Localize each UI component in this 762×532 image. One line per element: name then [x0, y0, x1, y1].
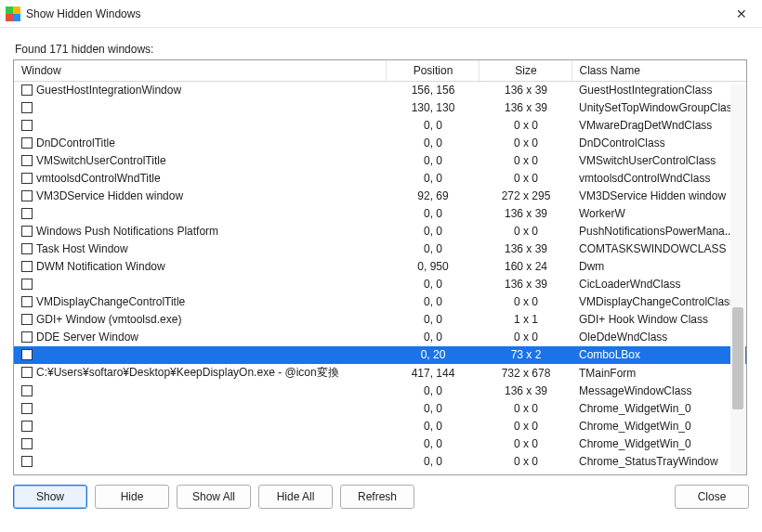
cell-position: 0, 950 [386, 258, 479, 276]
titlebar: Show Hidden Windows ✕ [0, 0, 762, 28]
show-button[interactable]: Show [13, 485, 87, 509]
table-row[interactable]: DDE Server Window0, 00 x 0OleDdeWndClass [14, 329, 746, 346]
cell-position: 0, 0 [386, 152, 479, 170]
cell-size: 160 x 24 [479, 258, 572, 276]
row-checkbox[interactable] [21, 261, 33, 272]
cell-position: 0, 0 [386, 205, 479, 223]
vertical-scrollbar[interactable] [730, 84, 745, 474]
row-checkbox[interactable] [21, 296, 33, 307]
cell-size: 732 x 678 [479, 364, 572, 383]
refresh-button[interactable]: Refresh [340, 485, 414, 509]
cell-window: VMDisplayChangeControlTitle [36, 295, 185, 308]
hide-all-button[interactable]: Hide All [258, 485, 333, 509]
cell-window: DWM Notification Window [36, 260, 165, 273]
table-row[interactable]: 0, 00 x 0Chrome_StatusTrayWindow [14, 453, 746, 471]
content-area: Found 171 hidden windows: Window Positio… [0, 28, 762, 518]
cell-size: 0 x 0 [479, 152, 572, 170]
cell-size: 0 x 0 [479, 117, 572, 135]
row-checkbox[interactable] [21, 226, 33, 237]
cell-window: VM3DService Hidden window [36, 189, 183, 202]
col-header-position[interactable]: Position [386, 60, 479, 82]
row-checkbox[interactable] [21, 421, 33, 432]
table-row[interactable]: DWM Notification Window0, 950160 x 24Dwm [14, 258, 746, 276]
col-header-window[interactable]: Window [14, 60, 386, 82]
cell-position: 0, 0 [386, 400, 479, 418]
table-row[interactable]: 0, 0136 x 39CicLoaderWndClass [14, 276, 746, 293]
table-row[interactable]: VM3DService Hidden window92, 69272 x 295… [14, 188, 746, 205]
row-checkbox[interactable] [21, 208, 33, 219]
window-title: Show Hidden Windows [26, 7, 140, 20]
cell-size: 73 x 2 [479, 346, 572, 364]
cell-size: 272 x 295 [479, 188, 572, 205]
cell-class: VMDisplayChangeControlClass [572, 293, 746, 311]
row-checkbox[interactable] [21, 349, 33, 360]
scrollbar-thumb[interactable] [732, 307, 743, 409]
row-checkbox[interactable] [21, 155, 33, 166]
table-row[interactable]: 130, 130136 x 39UnitySetTopWindowGroupCl… [14, 99, 746, 117]
table-row[interactable]: Windows Push Notifications Platform0, 00… [14, 223, 746, 240]
cell-size: 136 x 39 [479, 99, 572, 117]
row-checkbox[interactable] [21, 84, 33, 96]
cell-window: DnDControlTitle [36, 136, 115, 149]
row-checkbox[interactable] [21, 279, 33, 290]
col-header-class[interactable]: Class Name [572, 60, 746, 82]
table-row[interactable]: 0, 0136 x 39WorkerW [14, 205, 746, 223]
cell-size: 0 x 0 [479, 223, 572, 240]
close-button[interactable]: Close [675, 485, 749, 509]
table-row[interactable]: GDI+ Window (vmtoolsd.exe)0, 01 x 1GDI+ … [14, 311, 746, 329]
table-row[interactable]: VMDisplayChangeControlTitle0, 00 x 0VMDi… [14, 293, 746, 311]
cell-class: ComboLBox [572, 346, 746, 364]
row-checkbox[interactable] [21, 314, 33, 325]
table-row[interactable]: C:¥Users¥softaro¥Desktop¥KeepDisplayOn.e… [14, 364, 746, 383]
cell-class: Chrome_WidgetWin_0 [572, 435, 746, 453]
close-icon[interactable]: ✕ [729, 4, 755, 24]
cell-class: CicLoaderWndClass [572, 276, 746, 293]
cell-class: VMwareDragDetWndClass [572, 117, 746, 135]
table-row[interactable]: DnDControlTitle0, 00 x 0DnDControlClass [14, 135, 746, 152]
row-checkbox[interactable] [21, 137, 33, 149]
cell-position: 0, 0 [386, 383, 479, 400]
cell-size: 1 x 1 [479, 311, 572, 329]
app-icon [6, 6, 20, 21]
table-row[interactable]: 0, 00 x 0VMwareDragDetWndClass [14, 117, 746, 135]
cell-position: 0, 0 [386, 453, 479, 471]
row-checkbox[interactable] [21, 102, 33, 113]
row-checkbox[interactable] [21, 403, 33, 414]
cell-class: GDI+ Hook Window Class [572, 311, 746, 329]
table-row[interactable]: 0, 0136 x 39MessageWindowClass [14, 383, 746, 400]
table-row[interactable]: GuestHostIntegrationWindow156, 156136 x … [14, 82, 746, 99]
cell-position: 0, 0 [386, 311, 479, 329]
cell-size: 136 x 39 [479, 205, 572, 223]
row-checkbox[interactable] [21, 367, 33, 378]
row-checkbox[interactable] [21, 456, 33, 467]
hide-button[interactable]: Hide [95, 485, 169, 509]
cell-class: Chrome_WidgetWin_0 [572, 400, 746, 418]
cell-class: GuestHostIntegrationClass [572, 82, 746, 99]
cell-class: VMSwitchUserControlClass [572, 152, 746, 170]
cell-size: 0 x 0 [479, 170, 572, 188]
cell-position: 0, 0 [386, 240, 479, 258]
cell-position: 0, 0 [386, 435, 479, 453]
row-checkbox[interactable] [21, 190, 33, 201]
table-row[interactable]: vmtoolsdControlWndTitle0, 00 x 0vmtoolsd… [14, 170, 746, 188]
table-row[interactable]: 0, 00 x 0Chrome_WidgetWin_0 [14, 435, 746, 453]
cell-position: 0, 0 [386, 276, 479, 293]
row-checkbox[interactable] [21, 331, 33, 343]
row-checkbox[interactable] [21, 173, 33, 184]
row-checkbox[interactable] [21, 243, 33, 254]
cell-position: 156, 156 [386, 82, 479, 99]
cell-size: 0 x 0 [479, 329, 572, 346]
cell-window: C:¥Users¥softaro¥Desktop¥KeepDisplayOn.e… [36, 366, 339, 379]
table-row[interactable]: 0, 00 x 0Chrome_WidgetWin_0 [14, 418, 746, 435]
button-row: Show Hide Show All Hide All Refresh Clos… [13, 485, 749, 509]
show-all-button[interactable]: Show All [177, 485, 251, 509]
table-row[interactable]: 0, 00 x 0Chrome_WidgetWin_0 [14, 400, 746, 418]
table-row[interactable]: VMSwitchUserControlTitle0, 00 x 0VMSwitc… [14, 152, 746, 170]
row-checkbox[interactable] [21, 385, 33, 396]
table-row[interactable]: Task Host Window0, 0136 x 39COMTASKSWIND… [14, 240, 746, 258]
cell-size: 0 x 0 [479, 400, 572, 418]
row-checkbox[interactable] [21, 120, 33, 131]
col-header-size[interactable]: Size [479, 60, 572, 82]
table-row[interactable]: 0, 2073 x 2ComboLBox [14, 346, 746, 364]
row-checkbox[interactable] [21, 438, 33, 449]
